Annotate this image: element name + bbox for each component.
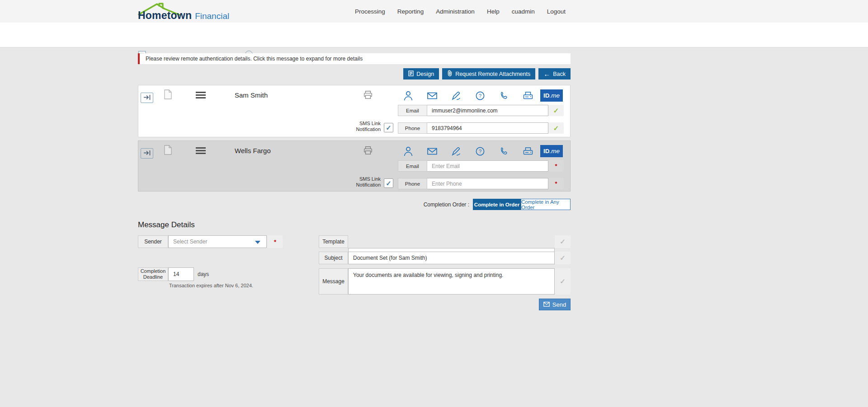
toolbar: Design Request Remote Attachments ← Back <box>138 68 571 80</box>
recipient-card: Sam Smith ? ID.me Email ✓ SM <box>138 85 571 137</box>
svg-text:?: ? <box>479 149 481 154</box>
signer-person-icon[interactable] <box>403 145 413 157</box>
brand-logo[interactable]: Hometown Financial <box>138 2 246 22</box>
page-header: eSignature Management i IMM eSign <box>0 23 868 47</box>
idme-badge[interactable]: ID.me <box>540 145 563 157</box>
complete-in-order-button[interactable]: Complete in Order <box>473 199 521 210</box>
phone-valid-check-icon: ✓ <box>553 124 559 132</box>
drag-handle-icon[interactable] <box>196 92 206 100</box>
kba-question-icon[interactable]: ? <box>475 90 485 102</box>
sms-notification-checkbox[interactable]: ✓ <box>384 178 393 188</box>
email-input[interactable] <box>427 105 548 116</box>
phone-auth-icon[interactable] <box>499 145 509 157</box>
idme-badge[interactable]: ID.me <box>540 89 563 102</box>
message-check-icon: ✓ <box>560 277 566 285</box>
send-button[interactable]: Send <box>539 299 571 310</box>
nav-processing[interactable]: Processing <box>355 8 385 15</box>
back-button[interactable]: ← Back <box>538 68 571 80</box>
nav-help[interactable]: Help <box>487 8 500 15</box>
email-auth-icon[interactable] <box>427 90 437 102</box>
document-icon <box>164 145 172 157</box>
top-header: Hometown Financial Processing Reporting … <box>0 0 868 23</box>
recipient-card: Wells Fargo ? ID.me Email * <box>138 140 571 192</box>
print-icon[interactable] <box>363 90 373 102</box>
assign-signer-button[interactable] <box>141 148 153 159</box>
subject-input[interactable] <box>348 252 555 264</box>
phone-row: Phone ✓ <box>398 122 564 134</box>
subject-status: ✓ <box>555 252 571 264</box>
sms-notification-checkbox[interactable]: ✓ <box>384 123 393 132</box>
phone-required-asterisk: * <box>555 180 557 187</box>
email-auth-icon[interactable] <box>427 145 437 157</box>
nav-administration[interactable]: Administration <box>436 8 475 15</box>
arrow-to-bar-icon <box>143 150 151 158</box>
signature-pen-icon[interactable] <box>451 145 461 157</box>
dropdown-caret-icon <box>255 241 260 244</box>
phone-auth-icon[interactable] <box>499 90 509 102</box>
design-button[interactable]: Design <box>403 68 439 80</box>
email-row: Email ✓ <box>398 105 564 116</box>
phone-label: Phone <box>398 122 427 134</box>
main-nav: Processing Reporting Administration Help… <box>355 0 566 23</box>
template-label: Template <box>319 235 348 248</box>
nav-reporting[interactable]: Reporting <box>397 8 424 15</box>
email-input[interactable] <box>427 160 548 172</box>
complete-in-any-order-button[interactable]: Complete in Any Order <box>521 199 571 210</box>
document-icon <box>164 89 172 101</box>
fax-icon[interactable] <box>523 90 533 102</box>
sms-notification-label: SMS Link Notification <box>340 176 381 188</box>
completion-deadline-label: Completion Deadline <box>138 267 168 281</box>
subject-label: Subject <box>319 252 348 264</box>
kba-question-icon[interactable]: ? <box>475 145 485 157</box>
email-label: Email <box>398 105 427 116</box>
auth-method-row: ? ID.me <box>403 145 563 157</box>
brand-name: Hometown <box>138 9 192 22</box>
expiry-note: Transaction expires after Nov 6, 2024. <box>169 283 253 288</box>
back-arrow-icon: ← <box>543 70 550 78</box>
email-row: Email * <box>398 160 564 172</box>
sender-select[interactable]: Select Sender <box>168 235 267 248</box>
brand-suffix: Financial <box>195 11 229 21</box>
alert-banner[interactable]: Please review remote authentication deta… <box>138 53 571 64</box>
auth-method-row: ? ID.me <box>403 89 563 102</box>
phone-input[interactable] <box>427 122 548 134</box>
recipient-name: Sam Smith <box>235 91 268 99</box>
paperclip-icon <box>447 70 453 78</box>
signer-person-icon[interactable] <box>403 90 413 102</box>
print-icon[interactable] <box>363 145 373 157</box>
sender-label: Sender <box>138 235 168 248</box>
message-textarea[interactable]: Your documents are available for viewing… <box>348 268 555 295</box>
email-required-asterisk: * <box>555 163 557 169</box>
sms-notification-label: SMS Link Notification <box>340 121 381 132</box>
nav-user-cuadmin[interactable]: cuadmin <box>512 8 535 15</box>
assign-signer-button[interactable] <box>141 93 153 103</box>
sender-status: * <box>268 235 283 248</box>
nav-logout[interactable]: Logout <box>547 8 566 15</box>
subject-check-icon: ✓ <box>560 254 566 262</box>
email-label: Email <box>398 160 427 172</box>
send-envelope-icon <box>543 301 550 308</box>
phone-input[interactable] <box>427 178 548 189</box>
recipient-name: Wells Fargo <box>235 147 271 154</box>
drag-handle-icon[interactable] <box>196 147 206 156</box>
template-status: ✓ <box>555 235 571 248</box>
fax-icon[interactable] <box>523 145 533 157</box>
deadline-unit-label: days <box>198 267 209 281</box>
template-check-icon: ✓ <box>560 238 566 246</box>
phone-label: Phone <box>398 178 427 189</box>
email-valid-check-icon: ✓ <box>553 107 559 115</box>
message-status: ✓ <box>555 268 571 295</box>
arrow-to-bar-icon <box>143 94 151 102</box>
message-label: Message <box>319 268 348 295</box>
message-details-heading: Message Details <box>138 220 195 229</box>
sender-required-asterisk: * <box>274 239 276 245</box>
design-page-icon <box>408 70 414 78</box>
completion-order-label: Completion Order : <box>138 201 469 208</box>
phone-row: Phone * <box>398 178 564 189</box>
request-remote-attachments-button[interactable]: Request Remote Attachments <box>442 68 535 80</box>
signature-pen-icon[interactable] <box>451 90 461 102</box>
svg-text:?: ? <box>479 93 481 98</box>
completion-deadline-input[interactable] <box>168 267 194 281</box>
